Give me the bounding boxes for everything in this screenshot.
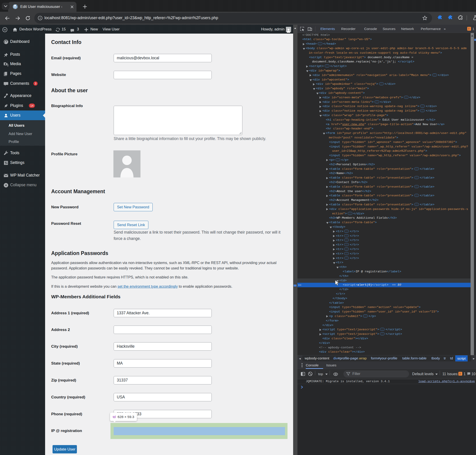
svg-text:W: W bbox=[3, 28, 6, 31]
